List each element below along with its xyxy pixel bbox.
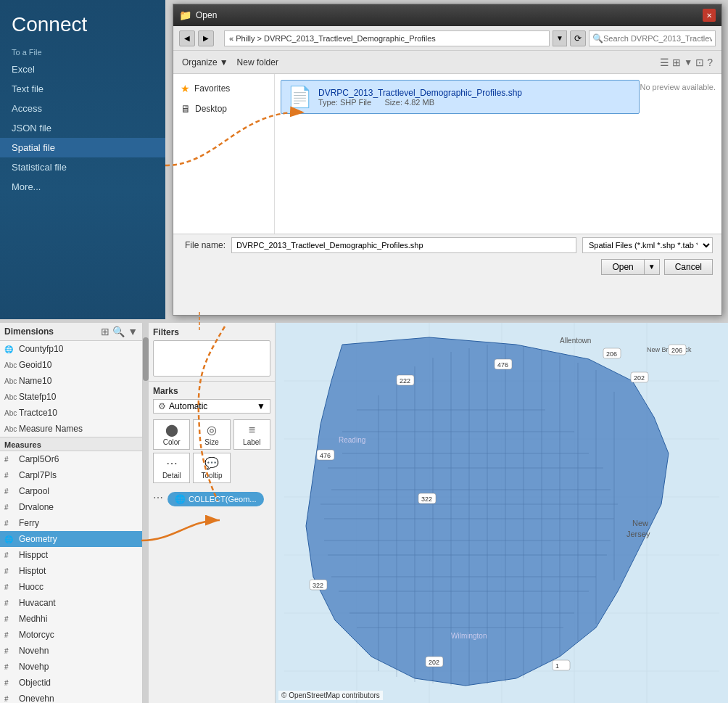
new-folder-button[interactable]: New folder — [237, 57, 278, 67]
dialog-forward-button[interactable]: ▶ — [198, 30, 214, 46]
dialog-close-button[interactable]: ✕ — [703, 9, 716, 22]
measure-onevehn[interactable]: # Onevehn — [0, 691, 142, 703]
dim-menu-icon[interactable]: ▼ — [128, 326, 138, 337]
dialog-back-button[interactable]: ◀ — [179, 30, 195, 46]
hash-icon: # — [4, 503, 16, 511]
measure-hisppct[interactable]: # Hisppct — [0, 547, 142, 563]
view-list-icon[interactable]: ☰ — [660, 57, 669, 68]
measure-objectid[interactable]: # Objectid — [0, 675, 142, 691]
label-label: Label — [243, 438, 260, 446]
measure-carpl7pls[interactable]: # Carpl7Pls — [0, 467, 142, 483]
marks-tooltip-button[interactable]: 💬 Tooltip — [193, 453, 230, 483]
dim-countyfp10[interactable]: 🌐 Countyfp10 — [0, 341, 142, 357]
marks-size-button[interactable]: ◎ Size — [193, 419, 230, 450]
measure-drvalone[interactable]: # Drvalone — [0, 499, 142, 515]
file-info: DVRPC_2013_Tractlevel_Demographic_Profil… — [318, 88, 522, 107]
sidebar-item-textfile[interactable]: Text file — [0, 79, 165, 99]
dialog-titlebar: 📁 Open ✕ — [173, 4, 721, 26]
measure-huocc[interactable]: # Huocc — [0, 579, 142, 595]
file-open-dialog: 📁 Open ✕ ◀ ▶ « Philly > DVRPC_2013_Tract… — [173, 4, 722, 316]
measure-hisptot[interactable]: # Hisptot — [0, 563, 142, 579]
open-dropdown-button[interactable]: ▼ — [644, 259, 660, 275]
open-button[interactable]: Open — [601, 259, 643, 275]
filetype-select[interactable]: Spatial Files (*.kml *.shp *.tab *... — [582, 237, 713, 253]
marks-buttons-grid: ⬤ Color ◎ Size ≡ Label ⋯ Detail 💬 Too — [153, 419, 270, 483]
to-a-file-label: To a File — [0, 42, 165, 59]
marks-detail-button[interactable]: ⋯ Detail — [153, 453, 190, 483]
open-btn-group: Open ▼ — [601, 259, 659, 275]
sidebar-item-statistical[interactable]: Statistical file — [0, 157, 165, 177]
measure-medhhi[interactable]: # Medhhi — [0, 611, 142, 627]
measure-novehn[interactable]: # Novehn — [0, 643, 142, 659]
map-background: Reading Wilmington Allentown New Brunswi… — [276, 323, 728, 703]
map-svg: Reading Wilmington Allentown New Brunswi… — [276, 323, 728, 703]
view-dropdown-icon[interactable]: ▼ — [684, 57, 692, 67]
dim-name10[interactable]: Abc Name10 — [0, 373, 142, 389]
hash-icon: # — [4, 456, 16, 464]
dim-scrollbar-thumb[interactable] — [143, 337, 149, 381]
dialog-refresh-button[interactable]: ⟳ — [570, 30, 586, 46]
dialog-nav-desktop[interactable]: 🖥 Desktop — [173, 100, 274, 118]
filter-marks-panel: Filters Marks ⚙ Automatic ▼ ⬤ Color ◎ Si… — [149, 323, 276, 703]
dim-panel-header: Dimensions ⊞ 🔍 ▼ — [0, 323, 142, 341]
sidebar-item-more[interactable]: More... — [0, 177, 165, 197]
abc-icon-measures: Abc — [4, 425, 16, 433]
marks-label-button[interactable]: ≡ Label — [233, 419, 270, 450]
measure-novehp[interactable]: # Novehp — [0, 659, 142, 675]
measure-motorcyc[interactable]: # Motorcyc — [0, 627, 142, 643]
sidebar-item-excel[interactable]: Excel — [0, 59, 165, 79]
search-icon: 🔍 — [592, 33, 603, 44]
view-toggle-icon[interactable]: ⊡ — [695, 57, 704, 68]
measure-huvacant[interactable]: # Huvacant — [0, 595, 142, 611]
sidebar-item-json[interactable]: JSON file — [0, 118, 165, 138]
measure-carpool[interactable]: # Carpool — [0, 483, 142, 499]
dim-statefp10[interactable]: Abc Statefp10 — [0, 389, 142, 405]
organize-label: Organize — [182, 57, 218, 67]
dim-tractce10[interactable]: Abc Tractce10 — [0, 405, 142, 421]
measure-label: Onevehn — [19, 694, 54, 703]
sidebar-item-access[interactable]: Access — [0, 99, 165, 118]
dim-scrollbar[interactable] — [143, 323, 149, 703]
help-icon[interactable]: ? — [707, 57, 713, 68]
globe-icon-geometry: 🌐 — [4, 535, 16, 543]
marks-color-button[interactable]: ⬤ Color — [153, 419, 190, 450]
dialog-path-bar[interactable]: « Philly > DVRPC_2013_Tractlevel_Demogra… — [224, 30, 550, 46]
favorites-label: Favorites — [194, 83, 230, 94]
measure-label: Novehn — [19, 646, 49, 656]
sidebar-item-spatial[interactable]: Spatial file — [0, 138, 165, 157]
organize-button[interactable]: Organize ▼ — [182, 57, 228, 67]
dim-label: Tractce10 — [19, 408, 57, 418]
view-details-icon[interactable]: ⊞ — [672, 57, 681, 68]
measure-ferry[interactable]: # Ferry — [0, 515, 142, 531]
svg-text:322: 322 — [421, 496, 432, 503]
filename-input[interactable] — [231, 237, 576, 253]
dim-panel: Dimensions ⊞ 🔍 ▼ 🌐 Countyfp10 Abc Geoid1… — [0, 323, 143, 703]
abc-icon-state: Abc — [4, 393, 16, 401]
shp-file-icon: 📄 — [287, 85, 313, 109]
measure-carpl5or6[interactable]: # Carpl5Or6 — [0, 451, 142, 467]
svg-text:202: 202 — [634, 374, 645, 382]
collect-pill[interactable]: 🌐 COLLECT(Geom... — [167, 492, 264, 506]
cancel-button[interactable]: Cancel — [664, 259, 713, 275]
svg-text:222: 222 — [400, 377, 410, 385]
tableau-area: Dimensions ⊞ 🔍 ▼ 🌐 Countyfp10 Abc Geoid1… — [0, 323, 728, 703]
dialog-path-dropdown[interactable]: ▼ — [553, 30, 567, 46]
measure-label: Carpl7Pls — [19, 470, 57, 480]
dim-grid-icon[interactable]: ⊞ — [101, 326, 109, 337]
abc-icon-tract: Abc — [4, 409, 16, 417]
filename-row: File name: Spatial Files (*.kml *.shp *.… — [182, 237, 713, 253]
color-icon: ⬤ — [165, 423, 178, 437]
dialog-nav-favorites[interactable]: ★ Favorites — [173, 80, 274, 97]
dim-geoid10[interactable]: Abc Geoid10 — [0, 357, 142, 373]
file-item[interactable]: 📄 DVRPC_2013_Tractlevel_Demographic_Prof… — [281, 80, 640, 114]
filters-title: Filters — [153, 327, 270, 337]
dimensions-title: Dimensions — [4, 326, 54, 337]
measure-label: Carpool — [19, 486, 49, 496]
dim-list: 🌐 Countyfp10 Abc Geoid10 Abc Name10 Abc … — [0, 341, 142, 703]
marks-type-dropdown[interactable]: ⚙ Automatic ▼ — [153, 399, 270, 414]
filter-section: Filters — [149, 323, 275, 382]
measure-geometry[interactable]: 🌐 Geometry — [0, 531, 142, 547]
dim-measure-names[interactable]: Abc Measure Names — [0, 421, 142, 437]
dim-search-icon[interactable]: 🔍 — [112, 326, 125, 337]
dialog-search-input[interactable] — [603, 34, 712, 43]
